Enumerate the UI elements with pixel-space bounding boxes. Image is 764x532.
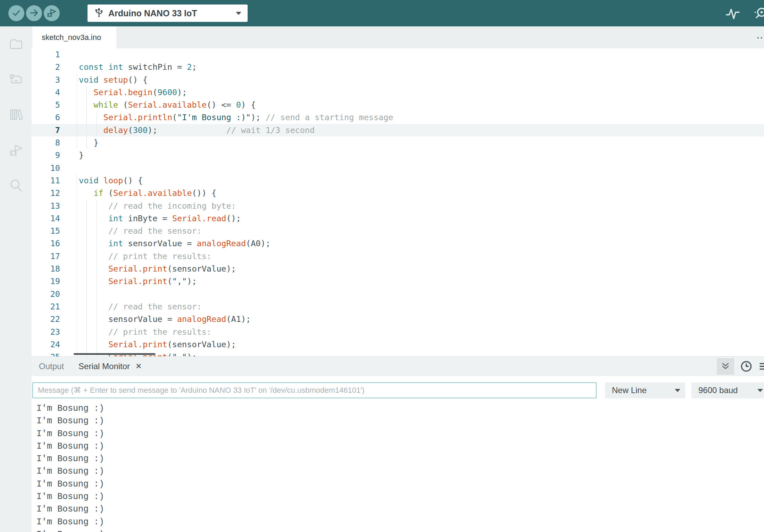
chevron-down-icon xyxy=(757,389,763,392)
indent-guide xyxy=(86,124,87,136)
timestamp-clock-icon[interactable] xyxy=(740,360,753,373)
indent-guide xyxy=(77,263,77,275)
indent-guide xyxy=(86,326,87,338)
indent-guide xyxy=(97,288,97,300)
line-number: 10 xyxy=(32,162,60,174)
toolbar-right xyxy=(725,0,764,26)
debug-sidebar-icon[interactable] xyxy=(8,142,24,158)
indent-guide xyxy=(97,326,97,338)
indent-guide xyxy=(77,250,77,263)
line-number: 12 xyxy=(32,187,60,199)
bottom-panel: Output Serial Monitor ✕ New Lin xyxy=(32,356,764,532)
indent-guide xyxy=(77,326,77,338)
search-icon[interactable] xyxy=(8,177,24,193)
code-line: 13 // read the incoming byte: xyxy=(32,200,764,212)
panel-tab-bar: Output Serial Monitor ✕ xyxy=(32,357,764,376)
double-chevron-down-icon xyxy=(720,360,731,373)
line-number: 3 xyxy=(32,74,60,86)
code-line: 1 xyxy=(32,48,764,61)
code-editor[interactable]: 12const int switchPin = 2;3void setup() … xyxy=(32,48,764,356)
menu-icon[interactable] xyxy=(758,360,764,373)
indent-guide xyxy=(77,174,77,187)
line-number: 17 xyxy=(32,250,60,263)
line-number: 8 xyxy=(32,136,60,149)
code-line: 21 // read the sensor: xyxy=(32,300,764,313)
indent-guide xyxy=(86,275,87,288)
right-arrow-icon xyxy=(29,8,39,19)
indent-guide xyxy=(77,86,77,99)
sketchbook-folder-icon[interactable] xyxy=(8,36,24,52)
board-selector-label: Arduino NANO 33 IoT xyxy=(108,8,197,18)
indent-guide xyxy=(97,275,97,288)
indent-guide xyxy=(97,124,97,136)
serial-output[interactable]: I'm Bosung :)I'm Bosung :)I'm Bosung :)I… xyxy=(32,402,764,532)
line-number: 13 xyxy=(32,200,60,212)
code-line: 14 int inByte = Serial.read(); xyxy=(32,212,764,225)
indent-guide xyxy=(86,288,87,300)
line-number: 22 xyxy=(32,313,60,325)
line-ending-value: New Line xyxy=(612,385,647,395)
serial-monitor-icon[interactable] xyxy=(754,6,764,21)
indent-guide xyxy=(97,200,97,212)
serial-line: I'm Bosung :) xyxy=(36,478,764,491)
indent-guide xyxy=(77,99,77,111)
editor-tab-bar: sketch_nov3a.ino ⋯ xyxy=(32,26,764,48)
library-manager-icon[interactable] xyxy=(8,107,24,123)
indent-guide xyxy=(86,86,87,99)
indent-guide xyxy=(77,300,77,313)
board-selector-dropdown[interactable]: Arduino NANO 33 IoT xyxy=(88,5,248,22)
upload-button[interactable] xyxy=(26,5,42,21)
line-number: 19 xyxy=(32,275,60,288)
code-line: 22 sensorValue = analogRead(A1); xyxy=(32,313,764,325)
code-line: 18 Serial.print(sensorValue); xyxy=(32,263,764,275)
tab-output[interactable]: Output xyxy=(39,361,64,371)
code-line: 9} xyxy=(32,149,764,161)
indent-guide xyxy=(97,237,97,250)
indent-guide xyxy=(86,111,87,124)
more-actions-icon[interactable]: ⋯ xyxy=(756,31,764,43)
indent-guide xyxy=(86,99,87,111)
code-line: 7 delay(300); // wait 1/3 second xyxy=(32,124,764,136)
serial-plotter-icon[interactable] xyxy=(725,6,740,21)
collapse-panel-button[interactable] xyxy=(717,358,734,375)
baud-rate-dropdown[interactable]: 9600 baud xyxy=(691,382,764,398)
close-icon[interactable]: ✕ xyxy=(135,362,142,371)
indent-guide xyxy=(86,263,87,275)
verify-button[interactable] xyxy=(8,5,24,21)
chevron-down-icon xyxy=(675,389,680,392)
serial-line: I'm Bosung :) xyxy=(36,465,764,478)
line-number: 9 xyxy=(32,149,60,161)
line-number: 14 xyxy=(32,212,60,225)
indent-guide xyxy=(77,187,77,199)
indent-guide xyxy=(77,136,77,149)
tab-label: sketch_nov3a.ino xyxy=(42,33,101,42)
tab-sketch[interactable]: sketch_nov3a.ino xyxy=(32,26,116,48)
indent-guide xyxy=(97,300,97,313)
usb-icon xyxy=(94,7,103,19)
indent-guide xyxy=(97,313,97,325)
line-ending-dropdown[interactable]: New Line xyxy=(605,382,685,398)
boards-manager-icon[interactable] xyxy=(8,71,24,87)
checkmark-icon xyxy=(11,8,22,19)
line-number: 2 xyxy=(32,61,60,73)
tab-serial-monitor[interactable]: Serial Monitor xyxy=(78,361,130,371)
code-line: 4 Serial.begin(9600); xyxy=(32,86,764,99)
code-line: 8 } xyxy=(32,136,764,149)
line-number: 1 xyxy=(32,48,60,61)
indent-guide xyxy=(77,212,77,225)
indent-guide xyxy=(97,225,97,237)
indent-guide xyxy=(86,200,87,212)
code-line: 15 // read the sensor: xyxy=(32,225,764,237)
indent-guide xyxy=(86,313,87,325)
serial-line: I'm Bosung :) xyxy=(36,529,764,532)
code-line: 23 // print the results: xyxy=(32,326,764,338)
code-line: 17 // print the results: xyxy=(32,250,764,263)
debug-button[interactable] xyxy=(44,5,60,21)
code-line: 16 int sensorValue = analogRead(A0); xyxy=(32,237,764,250)
serial-message-input[interactable] xyxy=(32,382,597,398)
indent-guide xyxy=(77,74,77,86)
line-number: 5 xyxy=(32,99,60,111)
indent-guide xyxy=(86,300,87,313)
horizontal-scrollbar[interactable] xyxy=(74,353,155,355)
line-number: 6 xyxy=(32,111,60,124)
